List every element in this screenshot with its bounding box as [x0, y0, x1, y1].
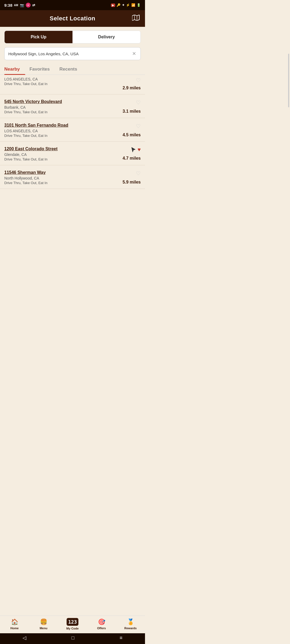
map-icon[interactable]: [132, 15, 140, 22]
nfc-icon: ⇄: [32, 3, 35, 7]
location-services: Drive Thru, Take Out, Eat In: [4, 134, 119, 138]
distance-label: 2.9 miles: [122, 86, 141, 90]
location-address: 545 North Victory Boulevard: [4, 99, 119, 104]
favorite-heart-icon[interactable]: ♥: [137, 147, 141, 153]
location-services: Drive Thru, Take Out, Eat In: [4, 181, 119, 185]
location-city: Burbank, CA: [4, 105, 119, 109]
list-item[interactable]: LOS ANGELES, CA Drive Thru, Take Out, Ea…: [0, 75, 145, 94]
location-right: ♥ 4.7 miles: [119, 147, 141, 161]
location-right: ♡ 5.9 miles: [119, 170, 141, 185]
page-title: Select Location: [50, 15, 95, 22]
cursor-icon: [130, 147, 136, 153]
location-search: ✕: [4, 47, 141, 60]
distance-label: 5.9 miles: [122, 180, 141, 185]
distance-label: 4.5 miles: [122, 133, 141, 137]
location-city: LOS ANGELES, CA: [4, 129, 119, 133]
battery-icon: 🔋: [137, 3, 141, 7]
location-list: LOS ANGELES, CA Drive Thru, Take Out, Ea…: [0, 75, 145, 221]
status-right: ▶ 🔑 ✦ ⚡ 📶 🔋: [111, 3, 141, 7]
status-time: 9:38: [4, 3, 12, 8]
list-item[interactable]: 1200 East Colorado Street Glendale, CA D…: [0, 142, 145, 165]
distance-label: 3.1 miles: [122, 109, 141, 114]
location-services: Drive Thru, Take Out, Eat In: [4, 82, 119, 86]
status-left: 9:38 AM 📷 ● ⇄: [4, 3, 35, 8]
instagram-icon: ●: [26, 3, 31, 8]
location-info: 1200 East Colorado Street Glendale, CA D…: [4, 147, 119, 161]
status-bar: 9:38 AM 📷 ● ⇄ ▶ 🔑 ✦ ⚡ 📶 🔋: [0, 0, 145, 10]
svg-marker-0: [132, 15, 139, 21]
location-info: 545 North Victory Boulevard Burbank, CA …: [4, 99, 119, 114]
location-right: ♡ 2.9 miles: [119, 77, 141, 90]
list-item[interactable]: 3101 North San Fernando Road LOS ANGELES…: [0, 118, 145, 142]
favorite-heart-icon[interactable]: ♡: [136, 77, 141, 83]
pickup-tab[interactable]: Pick Up: [5, 31, 73, 43]
location-address: 1200 East Colorado Street: [4, 147, 119, 151]
location-address: 11546 Sherman Way: [4, 170, 119, 175]
favorite-heart-icon[interactable]: ♡: [136, 123, 141, 129]
tab-nearby[interactable]: Nearby: [4, 64, 25, 75]
location-address: 3101 North San Fernando Road: [4, 123, 119, 128]
location-services: Drive Thru, Take Out, Eat In: [4, 110, 119, 114]
order-type-toggle: Pick Up Delivery: [4, 31, 141, 43]
location-city: North Hollywood, CA: [4, 176, 119, 180]
location-right: ♡ 3.1 miles: [119, 99, 141, 114]
favorite-heart-icon[interactable]: ♡: [136, 170, 141, 177]
key-icon: 🔑: [117, 3, 121, 7]
list-item[interactable]: 11546 Sherman Way North Hollywood, CA Dr…: [0, 165, 145, 189]
wifi-icon: 📶: [131, 3, 135, 7]
location-right: ♡ 4.5 miles: [119, 123, 141, 137]
bolt-icon: ⚡: [126, 3, 130, 7]
page-header: Select Location: [0, 10, 145, 27]
location-city: Glendale, CA: [4, 152, 119, 157]
recording-icon: ▶: [111, 3, 115, 7]
clear-search-button[interactable]: ✕: [132, 51, 137, 57]
camera-icon: 📷: [20, 3, 24, 7]
location-city: LOS ANGELES, CA: [4, 77, 119, 81]
list-item[interactable]: 545 North Victory Boulevard Burbank, CA …: [0, 94, 145, 118]
favorite-heart-icon[interactable]: ♡: [136, 99, 141, 106]
filter-tabs: Nearby Favorites Recents: [0, 64, 145, 75]
tab-favorites[interactable]: Favorites: [30, 64, 55, 75]
delivery-tab[interactable]: Delivery: [73, 31, 140, 43]
status-ampm: AM: [14, 4, 18, 7]
location-info: 11546 Sherman Way North Hollywood, CA Dr…: [4, 170, 119, 185]
distance-label: 4.7 miles: [122, 156, 141, 161]
location-info: 3101 North San Fernando Road LOS ANGELES…: [4, 123, 119, 138]
location-info: LOS ANGELES, CA Drive Thru, Take Out, Ea…: [4, 77, 119, 86]
tab-recents[interactable]: Recents: [59, 64, 82, 75]
bluetooth-icon: ✦: [122, 3, 125, 7]
location-services: Drive Thru, Take Out, Eat In: [4, 157, 119, 161]
search-input[interactable]: [8, 52, 132, 56]
